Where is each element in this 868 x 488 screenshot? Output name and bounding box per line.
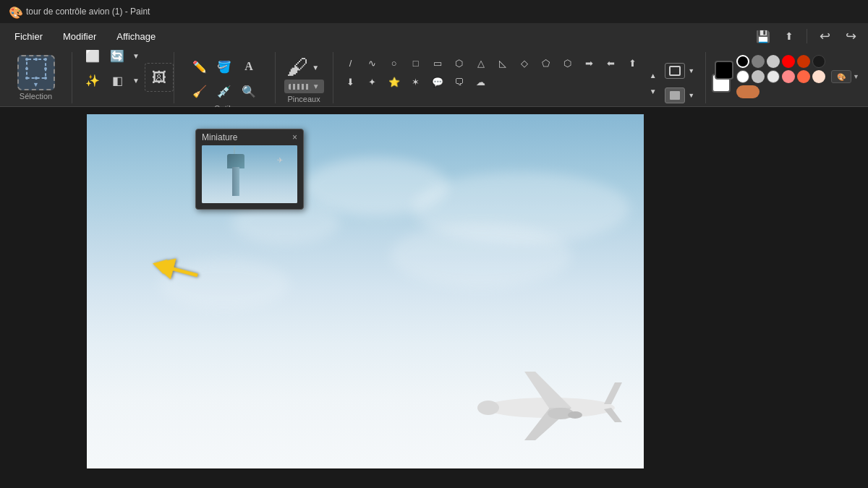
svg-point-6	[35, 77, 38, 80]
svg-point-3	[25, 77, 28, 80]
forme-down-arrow[interactable]: ⬇	[342, 74, 359, 90]
svg-point-8	[44, 67, 47, 70]
forme-star4[interactable]: ✦	[364, 74, 381, 90]
forme-star6[interactable]: ✶	[407, 74, 425, 90]
color-near-black[interactable]	[812, 55, 825, 68]
color-black[interactable]	[736, 55, 749, 68]
color-cream[interactable]	[812, 70, 825, 83]
title-bar: 🎨 tour de contrôle avion (1) - Paint	[0, 0, 868, 23]
forme-curve[interactable]: ∿	[364, 55, 381, 71]
svg-point-1	[25, 58, 28, 61]
svg-point-7	[25, 67, 28, 70]
title-bar-text: tour de contrôle avion (1) - Paint	[26, 7, 150, 17]
pinceaux-section: 🖌 ▼ ▼ Pinceaux	[276, 52, 333, 103]
forme-rect[interactable]: □	[407, 55, 425, 71]
miniature-thumbnail: ✈	[202, 145, 297, 203]
color-accent[interactable]	[736, 85, 760, 98]
forme-left-arrow[interactable]: ⬅	[603, 55, 620, 71]
color-salmon[interactable]	[797, 70, 810, 83]
color-ltgray[interactable]	[767, 70, 780, 83]
canvas-left-bar	[0, 107, 80, 488]
brush-icon: 🖌	[286, 55, 308, 80]
miniature-panel: Miniature × ✈	[195, 129, 304, 210]
svg-line-20	[163, 254, 197, 288]
svg-point-5	[35, 58, 38, 61]
selection-tool-button[interactable]: ▼	[17, 55, 55, 90]
miniature-thumb-content: ✈	[202, 145, 297, 203]
outils-section: ✏️ 🪣 A 🧹 💉 🔍 Outils	[174, 52, 276, 103]
forme-line[interactable]: /	[342, 55, 359, 71]
selection-label: Sélection	[20, 92, 52, 100]
menu-affichage[interactable]: Affichage	[108, 28, 164, 45]
outline-dropdown[interactable]: ▼	[686, 59, 697, 82]
colors-section: 🎨 ▼	[706, 52, 868, 103]
formes-section: / ∿ ○ □ ▭ ⬡ △ ◺ ◇ ⬠ ⬡ ➡ ⬅ ⬆ ⬇ ✦ ⭐ ✶ 💬	[333, 52, 706, 103]
miniature-close-button[interactable]: ×	[292, 132, 297, 142]
svg-point-18	[568, 411, 582, 419]
eraser-button[interactable]: 🧹	[188, 80, 211, 103]
skew-dropdown[interactable]: ▼	[130, 69, 142, 92]
edit-colors-dropdown[interactable]: ▼	[853, 73, 859, 80]
rotate-dropdown[interactable]: ▼	[130, 44, 142, 67]
formes-dropdown[interactable]: ▲	[647, 68, 659, 82]
fill-button[interactable]: 🪣	[213, 55, 236, 78]
fill-style-dropdown[interactable]: ▼	[686, 84, 697, 107]
pencil-button[interactable]: ✏️	[188, 55, 211, 78]
svg-rect-0	[27, 59, 46, 78]
outline-button[interactable]	[665, 63, 685, 79]
forme-triangle[interactable]: △	[472, 55, 490, 71]
fill-style-button[interactable]	[665, 87, 685, 103]
svg-rect-10	[670, 91, 680, 100]
svg-point-2	[44, 58, 47, 61]
forme-speech[interactable]: 💬	[429, 74, 446, 90]
share-button[interactable]: ⬆	[778, 26, 801, 46]
miniature-header: Miniature ×	[196, 129, 303, 145]
canvas-content[interactable]: Miniature × ✈	[80, 107, 868, 488]
svg-point-12	[477, 401, 499, 415]
forme-pentagon[interactable]: ⬠	[537, 55, 555, 71]
text-button[interactable]: A	[237, 55, 260, 78]
color-ltred[interactable]	[782, 70, 795, 83]
forme-up-arrow[interactable]: ⬆	[624, 55, 642, 71]
brush-dropdown[interactable]: ▼	[310, 56, 321, 79]
undo-button[interactable]: ↩	[813, 26, 836, 46]
menu-modifier[interactable]: Modifier	[54, 28, 105, 45]
svg-point-4	[44, 77, 47, 80]
edit-colors-button[interactable]: 🎨	[831, 70, 851, 83]
ai-image-button[interactable]: 🖼	[145, 63, 174, 92]
eyedropper-button[interactable]: 💉	[213, 80, 236, 103]
save-button[interactable]: 💾	[752, 26, 775, 46]
app-icon: 🎨	[9, 6, 20, 17]
forme-diamond[interactable]: ◇	[516, 55, 533, 71]
forme-right-triangle[interactable]: ◺	[494, 55, 511, 71]
skew-button[interactable]: ◧	[106, 69, 129, 92]
forme-cloud[interactable]: ☁	[472, 74, 490, 90]
forme-oval-speech[interactable]: 🗨	[451, 74, 468, 90]
crop-button[interactable]: ⬜	[81, 44, 104, 67]
color-silver[interactable]	[752, 70, 765, 83]
toolbar: ▼ Sélection ⬜ 🔄 ▼ ✨ ◧ ▼ 🖼 Image ✏️ 🪣 A	[0, 49, 868, 107]
svg-rect-9	[670, 67, 680, 75]
svg-marker-15	[604, 382, 622, 404]
forme-trapez[interactable]: ⬡	[451, 55, 468, 71]
forme-right-arrow[interactable]: ➡	[581, 55, 598, 71]
rotate-button[interactable]: 🔄	[106, 44, 129, 67]
color-red[interactable]	[767, 55, 780, 68]
selection-section: ▼ Sélection	[0, 52, 72, 103]
effects-button[interactable]: ✨	[81, 69, 104, 92]
color-white[interactable]	[736, 70, 749, 83]
forme-rounded-rect[interactable]: ▭	[429, 55, 446, 71]
forme-hexagon[interactable]: ⬡	[559, 55, 576, 71]
image-section: ⬜ 🔄 ▼ ✨ ◧ ▼ 🖼 Image	[72, 52, 174, 103]
primary-color-swatch[interactable]	[715, 61, 733, 80]
canvas-area: Miniature × ✈	[0, 107, 868, 488]
forme-star5[interactable]: ⭐	[386, 74, 403, 90]
color-gray1[interactable]	[752, 55, 765, 68]
color-orange-red[interactable]	[797, 55, 810, 68]
redo-button[interactable]: ↪	[839, 26, 862, 46]
zoom-button[interactable]: 🔍	[237, 80, 260, 103]
menu-fichier[interactable]: Fichier	[6, 28, 51, 45]
color-darkred[interactable]	[782, 55, 795, 68]
formes-dropdown-down[interactable]: ▼	[647, 84, 659, 98]
forme-circle[interactable]: ○	[386, 55, 403, 71]
